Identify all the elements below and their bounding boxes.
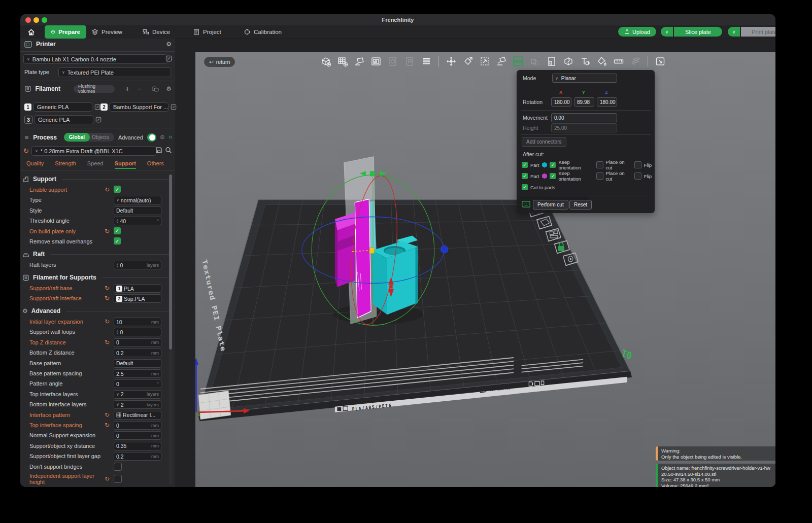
- rotation-x-input[interactable]: 180.00: [551, 97, 571, 107]
- support-raft-interface-select[interactable]: 2Sup.PLA: [114, 294, 161, 303]
- print-options-chevron[interactable]: ∨: [728, 27, 740, 37]
- tab-calibration[interactable]: Calibration: [238, 25, 288, 39]
- rotation-y-input[interactable]: 89.98: [574, 97, 594, 107]
- upload-button[interactable]: Upload: [618, 27, 656, 37]
- cut-mode-select[interactable]: ∨Planar: [552, 74, 617, 83]
- top-interface-spacing-input[interactable]: 0mm: [114, 421, 161, 430]
- reset-icon[interactable]: ↻: [105, 411, 110, 419]
- import-plate-icon[interactable]: [403, 55, 416, 67]
- add-plate-icon[interactable]: [336, 55, 349, 67]
- height-input[interactable]: 25.00: [551, 123, 617, 132]
- settings-scrollbar[interactable]: [169, 175, 172, 485]
- home-button[interactable]: [21, 25, 41, 39]
- part-b-checkbox[interactable]: ✓: [522, 173, 528, 179]
- advanced-toggle[interactable]: [147, 133, 156, 142]
- scope-objects[interactable]: Objects: [90, 134, 114, 140]
- split-object-icon[interactable]: [562, 55, 574, 67]
- edit-filament-icon[interactable]: [171, 104, 177, 110]
- interface-pattern-select[interactable]: Rectilinear I...: [114, 411, 161, 420]
- process-preset-select[interactable]: ∨ * 0.28mm Extra Draft @BBL X1C: [31, 146, 156, 156]
- remove-filament-icon[interactable]: −: [138, 85, 142, 93]
- top-z-distance-input[interactable]: 0mm: [114, 338, 161, 347]
- preset-modified-reset-icon[interactable]: ↻: [23, 147, 29, 155]
- tab-preview[interactable]: Preview: [85, 25, 128, 39]
- base-pattern-select[interactable]: Default: [114, 359, 161, 368]
- tab-others[interactable]: Others: [147, 160, 164, 169]
- movement-input[interactable]: 0.00: [551, 113, 617, 122]
- import-objects-icon[interactable]: [387, 55, 399, 67]
- lay-on-face-icon[interactable]: [495, 55, 507, 67]
- reset-icon[interactable]: ↻: [105, 318, 110, 325]
- assembly-view-icon[interactable]: [629, 55, 641, 67]
- auto-orient-icon[interactable]: [353, 55, 365, 67]
- threshold-angle-input[interactable]: ∧∨40°: [114, 217, 161, 225]
- printer-settings-gear-icon[interactable]: ⚙: [166, 41, 172, 48]
- type-select[interactable]: ∨normal(auto): [114, 196, 161, 204]
- part-b-color-swatch[interactable]: [542, 173, 547, 179]
- support-object-xy-distance-input[interactable]: 0.35mm: [114, 442, 161, 450]
- keep-orientation-b-checkbox[interactable]: ✓: [550, 173, 556, 179]
- tab-prepare[interactable]: Prepare: [45, 25, 86, 39]
- save-preset-icon[interactable]: [155, 147, 162, 154]
- process-scope-toggle[interactable]: Global Objects: [64, 133, 114, 142]
- measure-tool-icon[interactable]: [613, 55, 625, 67]
- preset-list-icon[interactable]: [160, 134, 164, 141]
- flip-b-checkbox[interactable]: [634, 172, 641, 180]
- remove-small-overhangs-checkbox[interactable]: ✓: [114, 237, 121, 245]
- filament-3-select[interactable]: Generic PLA: [35, 115, 93, 124]
- scale-tool-icon[interactable]: [479, 55, 491, 67]
- search-preset-icon[interactable]: [165, 147, 172, 154]
- reset-icon[interactable]: ↻: [105, 285, 110, 292]
- filament-1-select[interactable]: Generic PLA: [33, 102, 92, 112]
- rotate-tool-icon[interactable]: [462, 55, 474, 67]
- reset-icon[interactable]: ↻: [105, 295, 110, 302]
- arrange-icon[interactable]: [370, 55, 382, 67]
- reset-icon[interactable]: ↻: [105, 228, 110, 235]
- on-build-plate-only-checkbox[interactable]: ✓: [114, 227, 121, 234]
- ams-sync-icon[interactable]: [152, 86, 159, 92]
- support-object-first-layer-gap-input[interactable]: 0.2mm: [114, 452, 161, 461]
- text-tool-icon[interactable]: [579, 55, 591, 67]
- place-on-cut-b-checkbox[interactable]: [596, 172, 603, 180]
- part-a-color-swatch[interactable]: [542, 162, 547, 168]
- part-a-checkbox[interactable]: ✓: [522, 162, 528, 168]
- reset-icon[interactable]: ↻: [105, 186, 110, 193]
- scope-global[interactable]: Global: [64, 133, 90, 142]
- viewport-3d[interactable]: PLA/ABS/PETG HOT SURFACE Textured PEI Pl…: [195, 52, 775, 487]
- edit-filament-icon[interactable]: [95, 117, 101, 123]
- filament-settings-gear-icon[interactable]: ⚙: [166, 85, 172, 92]
- place-on-cut-a-checkbox[interactable]: [596, 161, 603, 168]
- tab-quality[interactable]: Quality: [26, 160, 44, 169]
- add-filament-icon[interactable]: +: [125, 85, 129, 93]
- bottom-interface-layers-select[interactable]: ∨2layers: [114, 400, 161, 409]
- raft-layers-input[interactable]: ∧∨0layers: [114, 261, 161, 269]
- reset-icon[interactable]: ↻: [105, 422, 110, 429]
- flushing-volumes-button[interactable]: Flushing volumes: [74, 85, 115, 93]
- rotation-z-input[interactable]: 180.00: [597, 97, 617, 107]
- edit-printer-icon[interactable]: [165, 55, 172, 62]
- tab-support[interactable]: Support: [115, 160, 136, 169]
- tab-device[interactable]: Device: [136, 25, 176, 39]
- initial-layer-expansion-input[interactable]: 10mm: [114, 318, 161, 326]
- color-paint-icon[interactable]: [596, 55, 608, 67]
- print-plate-button[interactable]: Print plate: [741, 27, 775, 37]
- keep-orientation-a-checkbox[interactable]: ✓: [550, 162, 556, 168]
- cut-to-parts-checkbox[interactable]: ✓: [522, 184, 528, 190]
- pattern-angle-input[interactable]: 0°: [114, 379, 161, 388]
- independent-support-layer-height-checkbox[interactable]: [114, 475, 122, 483]
- cut-tool-icon[interactable]: [512, 55, 524, 67]
- slice-plate-button[interactable]: Slice plate: [674, 27, 722, 37]
- perform-cut-button[interactable]: Perform cut: [533, 200, 568, 210]
- support-wall-loops-input[interactable]: ∧∨0: [114, 328, 161, 336]
- slice-options-chevron[interactable]: ∨: [661, 27, 673, 37]
- edit-filament-icon[interactable]: [94, 104, 100, 110]
- printer-preset-select[interactable]: ∨ Bambu Lab X1 Carbon 0.4 nozzle: [23, 54, 167, 64]
- filament-2-select[interactable]: Bambu Support For ...: [110, 102, 168, 112]
- add-object-icon[interactable]: [320, 55, 332, 67]
- normal-support-expansion-input[interactable]: 0mm: [114, 431, 161, 440]
- enable-support-checkbox[interactable]: ✓: [114, 186, 121, 193]
- move-tool-icon[interactable]: [445, 55, 457, 67]
- gizmo-center-handle[interactable]: [369, 248, 375, 254]
- dont-support-bridges-checkbox[interactable]: [114, 463, 122, 471]
- tab-strength[interactable]: Strength: [55, 160, 76, 169]
